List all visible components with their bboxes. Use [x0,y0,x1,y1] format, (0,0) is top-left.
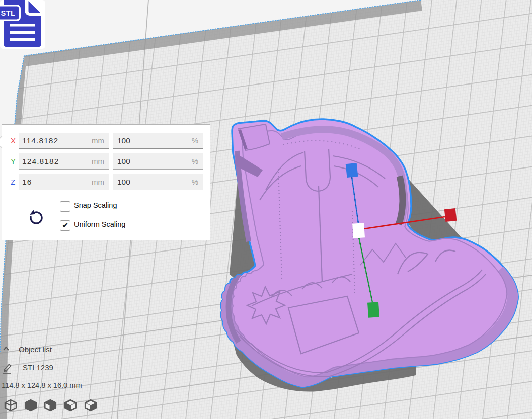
svg-text:STL: STL [1,9,16,17]
